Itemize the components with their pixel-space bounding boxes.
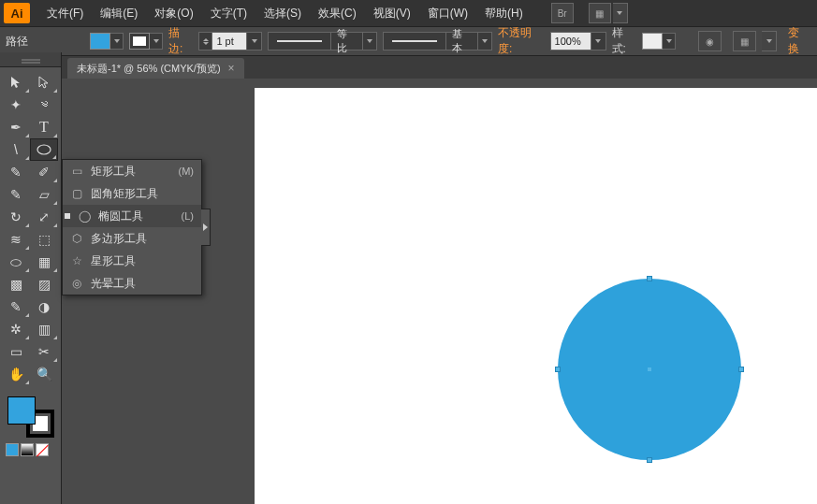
style-swatch[interactable] bbox=[642, 33, 676, 50]
close-icon[interactable]: × bbox=[228, 62, 235, 75]
stroke-weight-combo[interactable]: 1 pt bbox=[198, 32, 262, 50]
direct-selection-tool[interactable] bbox=[30, 71, 58, 94]
rotate-icon: ↻ bbox=[10, 209, 22, 224]
menubar: Ai 文件(F) 编辑(E) 对象(O) 文字(T) 选择(S) 效果(C) 视… bbox=[0, 0, 817, 26]
menu-object[interactable]: 对象(O) bbox=[147, 2, 200, 25]
anchor-point[interactable] bbox=[647, 457, 652, 463]
perspective-tool[interactable]: ▦ bbox=[30, 251, 58, 273]
profile-preset[interactable]: 等比 bbox=[268, 32, 377, 50]
arrange-button[interactable]: ▦ bbox=[589, 3, 611, 23]
width-tool[interactable]: ≋ bbox=[2, 228, 30, 251]
pencil-tool[interactable]: ✐ bbox=[30, 161, 58, 183]
fill-stroke-control[interactable] bbox=[7, 396, 54, 438]
center-point[interactable] bbox=[648, 367, 651, 371]
flyout-ellipse-tool[interactable]: ◯ 椭圆工具 (L) bbox=[63, 205, 201, 227]
artboard[interactable] bbox=[255, 88, 817, 504]
menu-effect[interactable]: 效果(C) bbox=[311, 2, 364, 25]
blend-tool[interactable]: ◑ bbox=[30, 295, 58, 318]
menu-file[interactable]: 文件(F) bbox=[39, 2, 91, 25]
scale-tool[interactable]: ⤢ bbox=[30, 206, 58, 228]
gradient-mode[interactable] bbox=[21, 443, 34, 456]
chevron-down-icon[interactable] bbox=[203, 42, 209, 45]
menu-select[interactable]: 选择(S) bbox=[256, 2, 309, 25]
stroke-weight-field[interactable]: 1 pt bbox=[212, 32, 247, 50]
line-tool[interactable]: \ bbox=[2, 138, 30, 161]
blob-brush-tool[interactable]: ✎ bbox=[2, 183, 30, 206]
menu-edit[interactable]: 编辑(E) bbox=[93, 2, 145, 25]
mesh-tool[interactable]: ▩ bbox=[2, 273, 30, 295]
shape-builder-tool[interactable]: ⬭ bbox=[2, 251, 30, 273]
gradient-tool[interactable]: ▨ bbox=[30, 273, 58, 295]
opacity-dropdown[interactable] bbox=[591, 32, 606, 50]
document-tab-title: 未标题-1* @ 56% (CMYK/预览) bbox=[77, 62, 221, 76]
fill-swatch[interactable] bbox=[90, 33, 124, 50]
magic-wand-tool[interactable]: ✦ bbox=[2, 94, 30, 116]
transform-label[interactable]: 变换 bbox=[788, 25, 810, 57]
flyout-tearoff[interactable] bbox=[201, 209, 211, 246]
slice-tool[interactable]: ✂ bbox=[30, 340, 58, 363]
flyout-polygon-tool[interactable]: ⬡ 多边形工具 bbox=[63, 227, 201, 250]
menu-help[interactable]: 帮助(H) bbox=[477, 2, 531, 25]
style-dropdown[interactable] bbox=[663, 33, 676, 50]
anchor-point[interactable] bbox=[738, 367, 744, 372]
flyout-label: 光晕工具 bbox=[91, 276, 136, 292]
flyout-label: 星形工具 bbox=[91, 253, 136, 269]
chevron-up-icon[interactable] bbox=[203, 38, 209, 41]
arrange-dropdown[interactable] bbox=[613, 3, 628, 23]
profile-dropdown[interactable] bbox=[363, 32, 377, 50]
chevron-down-icon bbox=[595, 39, 601, 43]
ellipse-tool[interactable] bbox=[30, 138, 58, 161]
anchor-point[interactable] bbox=[555, 367, 561, 372]
stroke-label[interactable]: 描边: bbox=[168, 25, 193, 57]
opacity-label[interactable]: 不透明度: bbox=[498, 25, 545, 57]
recolor-button[interactable]: ◉ bbox=[698, 31, 722, 51]
rotate-tool[interactable]: ↻ bbox=[2, 206, 30, 228]
brush-preset[interactable]: 基本 bbox=[383, 32, 492, 50]
rectangle-icon: ▭ bbox=[70, 165, 83, 178]
menu-view[interactable]: 视图(V) bbox=[366, 2, 418, 25]
type-tool[interactable]: T bbox=[30, 116, 58, 138]
lasso-tool[interactable]: ༄ bbox=[30, 94, 58, 116]
toolbox-grip[interactable] bbox=[0, 52, 61, 67]
bridge-button[interactable]: Br bbox=[551, 3, 574, 23]
chevron-right-icon bbox=[203, 223, 208, 231]
menu-window[interactable]: 窗口(W) bbox=[420, 2, 475, 25]
flyout-label: 多边形工具 bbox=[91, 231, 147, 247]
brush-preview-icon bbox=[392, 40, 437, 42]
zoom-tool[interactable]: 🔍 bbox=[30, 363, 58, 385]
artboard-tool[interactable]: ▭ bbox=[2, 340, 30, 363]
stroke-dropdown[interactable] bbox=[150, 33, 163, 50]
flyout-flare-tool[interactable]: ◎ 光晕工具 bbox=[63, 272, 201, 295]
align-button[interactable]: ▦ bbox=[733, 31, 756, 51]
eyedropper-tool[interactable]: ✎ bbox=[2, 295, 30, 318]
paintbrush-tool[interactable]: ✎ bbox=[2, 161, 30, 183]
zoom-icon: 🔍 bbox=[36, 367, 52, 382]
flare-icon: ◎ bbox=[70, 277, 83, 290]
selection-tool[interactable] bbox=[2, 71, 30, 94]
anchor-point[interactable] bbox=[647, 276, 652, 281]
flyout-rectangle-tool[interactable]: ▭ 矩形工具 (M) bbox=[63, 160, 201, 182]
opacity-combo[interactable]: 100% bbox=[550, 32, 606, 50]
document-tab[interactable]: 未标题-1* @ 56% (CMYK/预览) × bbox=[67, 58, 244, 79]
align-dropdown[interactable] bbox=[762, 31, 776, 51]
symbol-sprayer-tool[interactable]: ✲ bbox=[2, 318, 30, 340]
stroke-weight-dropdown[interactable] bbox=[247, 32, 262, 50]
flyout-star-tool[interactable]: ☆ 星形工具 bbox=[63, 250, 201, 272]
fill-swatch-large[interactable] bbox=[7, 396, 36, 425]
free-transform-tool[interactable]: ⬚ bbox=[30, 228, 58, 251]
fill-dropdown[interactable] bbox=[110, 33, 124, 50]
stroke-swatch[interactable] bbox=[129, 33, 163, 50]
opacity-field[interactable]: 100% bbox=[550, 32, 591, 50]
flyout-rounded-rectangle-tool[interactable]: ▢ 圆角矩形工具 bbox=[63, 182, 201, 205]
hand-tool[interactable]: ✋ bbox=[2, 363, 30, 385]
none-mode[interactable] bbox=[36, 443, 49, 456]
pen-tool[interactable]: ✒ bbox=[2, 116, 30, 138]
menu-type[interactable]: 文字(T) bbox=[203, 2, 255, 25]
eraser-tool[interactable]: ▱ bbox=[30, 183, 58, 206]
brush-dropdown[interactable] bbox=[478, 32, 492, 50]
fill-color-icon bbox=[90, 33, 110, 50]
color-mode[interactable] bbox=[6, 443, 19, 456]
graph-tool[interactable]: ▥ bbox=[30, 318, 58, 340]
selected-marker-icon bbox=[65, 213, 70, 219]
profile-preview-icon bbox=[277, 40, 322, 42]
